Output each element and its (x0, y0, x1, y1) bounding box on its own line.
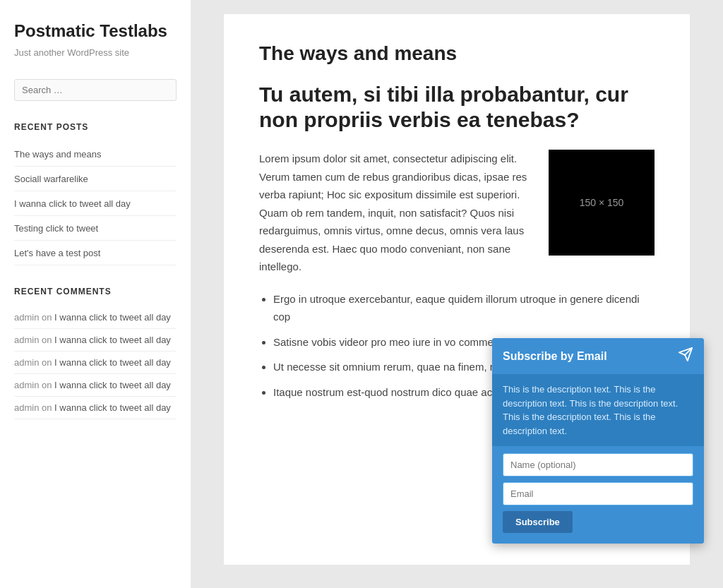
list-item: The ways and means (14, 142, 177, 167)
email-icon (678, 347, 693, 366)
recent-comments-list: admin on I wanna click to tweet all day … (14, 306, 177, 419)
sidebar: Postmatic Testlabs Just another WordPres… (0, 0, 191, 588)
image-label: 150 × 150 (580, 197, 624, 208)
site-tagline: Just another WordPress site (14, 47, 177, 58)
comment-author: admin (14, 402, 39, 413)
subscribe-name-input[interactable] (503, 453, 693, 476)
subscribe-popup: Subscribe by Email This is the descripti… (492, 338, 704, 544)
recent-posts-list: The ways and means Sociall warfarelike I… (14, 142, 177, 265)
list-item: Testing click to tweet (14, 216, 177, 241)
subscribe-form: Subscribe (492, 446, 704, 544)
subscribe-email-input[interactable] (503, 482, 693, 505)
post-image: 150 × 150 (549, 150, 655, 256)
list-item: Sociall warfarelike (14, 167, 177, 191)
comment-post-link[interactable]: I wanna click to tweet all day (54, 357, 171, 368)
comment-post-link[interactable]: I wanna click to tweet all day (54, 380, 171, 390)
list-item: admin on I wanna click to tweet all day (14, 329, 177, 352)
post-body-text: Lorem ipsum dolor sit amet, consectetur … (259, 150, 534, 276)
bullet-item: Ergo in utroque exercebantur, eaque quid… (273, 290, 655, 326)
list-item: admin on I wanna click to tweet all day (14, 352, 177, 374)
site-title: Postmatic Testlabs (14, 21, 177, 42)
comment-author: admin (14, 335, 39, 345)
subscribe-header: Subscribe by Email (492, 338, 704, 374)
list-item: Let's have a test post (14, 241, 177, 265)
recent-comments-heading: RECENT COMMENTS (14, 287, 177, 296)
post-subtitle: Tu autem, si tibi illa probabantur, cur … (259, 82, 655, 133)
recent-post-link[interactable]: Sociall warfarelike (14, 174, 88, 184)
search-input[interactable] (14, 79, 177, 101)
comment-post-link[interactable]: I wanna click to tweet all day (54, 402, 171, 413)
subscribe-description: This is the description text. This is th… (492, 374, 704, 446)
list-item: I wanna click to tweet all day (14, 191, 177, 216)
main-content: The ways and means Tu autem, si tibi ill… (191, 0, 723, 588)
comment-author: admin (14, 357, 39, 368)
post-body: Lorem ipsum dolor sit amet, consectetur … (259, 150, 655, 276)
recent-post-link[interactable]: Testing click to tweet (14, 223, 98, 234)
recent-post-link[interactable]: The ways and means (14, 149, 102, 160)
subscribe-button[interactable]: Subscribe (503, 511, 573, 533)
comment-post-link[interactable]: I wanna click to tweet all day (54, 312, 171, 323)
recent-post-link[interactable]: Let's have a test post (14, 248, 100, 258)
list-item: admin on I wanna click to tweet all day (14, 374, 177, 397)
comment-author: admin (14, 380, 39, 390)
subscribe-title: Subscribe by Email (503, 350, 607, 363)
article: The ways and means Tu autem, si tibi ill… (224, 14, 690, 565)
comment-author: admin (14, 312, 39, 323)
recent-posts-heading: RECENT POSTS (14, 122, 177, 132)
post-title: The ways and means (259, 42, 655, 65)
comment-post-link[interactable]: I wanna click to tweet all day (54, 335, 171, 345)
list-item: admin on I wanna click to tweet all day (14, 397, 177, 419)
list-item: admin on I wanna click to tweet all day (14, 306, 177, 329)
recent-post-link[interactable]: I wanna click to tweet all day (14, 198, 131, 209)
